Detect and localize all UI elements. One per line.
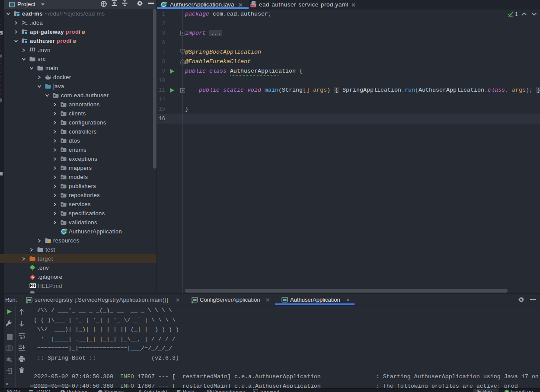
svg-text:3: 3 [506,390,508,392]
svg-text:YML: YML [250,4,256,7]
